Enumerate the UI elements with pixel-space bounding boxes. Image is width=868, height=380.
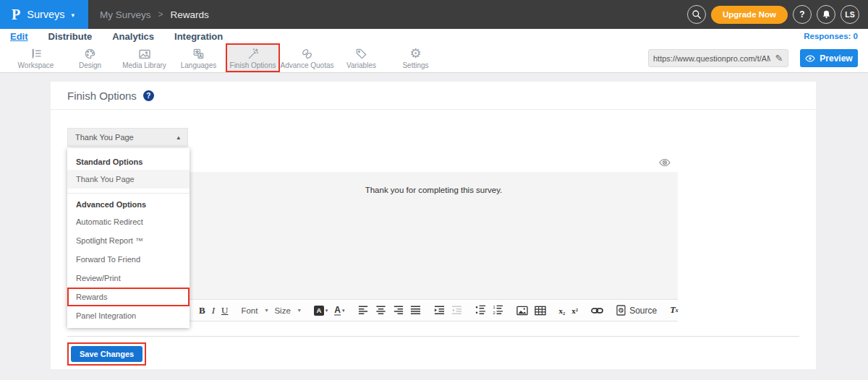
ribbon-label: Languages xyxy=(181,61,217,69)
dropdown-group-header: Advanced Options xyxy=(67,194,190,212)
numbered-list-button[interactable]: 12 xyxy=(493,305,503,316)
ribbon-item-languages[interactable]: Languages xyxy=(171,43,226,72)
questionpro-logo-icon: P xyxy=(12,6,20,23)
dropdown-item-review-print[interactable]: Review/Print xyxy=(67,269,190,288)
ribbon-item-workspace[interactable]: Workspace xyxy=(9,43,63,72)
insert-table-button[interactable] xyxy=(535,306,546,316)
product-name: Surveys xyxy=(27,9,64,20)
ribbon-label: Variables xyxy=(346,61,376,69)
editor-preview-eye-icon[interactable] xyxy=(659,157,671,167)
remove-format-x: x xyxy=(676,307,678,314)
tab-edit[interactable]: Edit xyxy=(10,31,28,42)
responses-count: Responses: 0 xyxy=(804,32,858,40)
ribbon-item-media-library[interactable]: Media Library xyxy=(117,43,171,72)
bullet-list-button[interactable] xyxy=(475,305,486,316)
subscript-button[interactable]: x₂ xyxy=(559,306,566,315)
text-color-button[interactable]: A▾ xyxy=(334,306,344,316)
insert-table-icon xyxy=(535,306,546,316)
align-right-icon xyxy=(393,305,404,316)
card-header: Finish Options ? xyxy=(51,82,816,110)
ribbon-item-finish-options[interactable]: Finish Options xyxy=(226,43,280,72)
source-doc-icon xyxy=(616,305,626,316)
remove-format-T: T xyxy=(670,305,676,316)
ribbon-label: Design xyxy=(79,61,101,69)
dropdown-group-header: Standard Options xyxy=(67,151,190,170)
source-button[interactable]: Source xyxy=(616,305,657,316)
remove-format-button[interactable]: Tx xyxy=(670,305,678,316)
dropdown-item-forward-to-friend[interactable]: Forward To Friend xyxy=(67,250,190,269)
preview-label: Preview xyxy=(820,53,852,64)
breadcrumb-my-surveys[interactable]: My Surveys xyxy=(100,9,151,20)
help-button[interactable]: ? xyxy=(793,5,812,24)
notifications-button[interactable] xyxy=(817,5,835,24)
survey-url-field[interactable]: https://www.questionpro.com/t/AMkGQ ✎ xyxy=(648,49,788,67)
product-switcher[interactable]: P Surveys ▾ xyxy=(0,0,88,29)
ribbon-item-advance-quotas[interactable]: Advance Quotas xyxy=(280,43,334,72)
chain-links-icon xyxy=(301,47,313,60)
ribbon-item-settings[interactable]: ⚙ Settings xyxy=(388,43,443,72)
eye-icon xyxy=(805,55,815,62)
ribbon-label: Advance Quotas xyxy=(281,61,334,69)
align-right-button[interactable] xyxy=(393,305,404,316)
tab-analytics[interactable]: Analytics xyxy=(112,31,154,42)
finish-options-help-icon[interactable]: ? xyxy=(143,90,154,101)
increase-indent-button[interactable] xyxy=(434,305,445,316)
dropdown-item-thank-you-page[interactable]: Thank You Page xyxy=(67,170,190,189)
insert-image-icon xyxy=(516,306,528,316)
breadcrumb-separator-icon: > xyxy=(158,9,163,20)
justify-icon xyxy=(410,305,421,316)
questionpro-app: P Surveys ▾ My Surveys > Rewards Upgrade… xyxy=(0,0,868,380)
palette-icon xyxy=(84,47,96,60)
dropdown-item-panel-integration[interactable]: Panel Integration xyxy=(67,306,190,325)
tab-integration[interactable]: Integration xyxy=(174,31,223,42)
tag-icon xyxy=(355,47,367,60)
save-annotation-frame: Save Changes xyxy=(67,342,146,366)
dropdown-item-spotlight-report[interactable]: Spotlight Report ™ xyxy=(67,231,190,250)
avatar[interactable]: LS xyxy=(841,5,859,24)
insert-image-button[interactable] xyxy=(516,306,528,316)
chevron-down-icon: ▾ xyxy=(342,308,345,314)
workspace-list-icon xyxy=(30,47,42,60)
editor-content-area[interactable]: Thank you for completing this survey. xyxy=(190,172,678,299)
ribbon-label: Settings xyxy=(402,61,428,69)
search-button[interactable] xyxy=(687,5,706,24)
align-center-icon xyxy=(375,305,386,316)
finish-option-dropdown: Standard Options Thank You Page Advanced… xyxy=(67,148,190,328)
align-left-button[interactable] xyxy=(358,305,369,316)
font-family-dropdown[interactable]: Font▾ xyxy=(241,306,268,315)
insert-link-button[interactable] xyxy=(591,306,603,315)
ribbon-item-design[interactable]: Design xyxy=(63,43,117,72)
finish-option-select[interactable]: Thank You Page ▴ xyxy=(67,128,188,147)
source-label: Source xyxy=(629,306,657,316)
edit-ribbon: Workspace Design Media Library Languages xyxy=(0,43,868,73)
ribbon-label: Media Library xyxy=(122,61,166,69)
superscript-button[interactable]: x² xyxy=(571,306,578,315)
align-center-button[interactable] xyxy=(375,305,386,316)
justify-button[interactable] xyxy=(410,305,421,316)
decrease-indent-button[interactable] xyxy=(451,305,462,316)
topbar: P Surveys ▾ My Surveys > Rewards Upgrade… xyxy=(0,0,868,29)
preview-button[interactable]: Preview xyxy=(800,49,858,67)
increase-indent-icon xyxy=(434,305,445,316)
survey-nav: Edit Distribute Analytics Integration xyxy=(0,29,868,43)
page-title: Finish Options xyxy=(67,90,137,102)
italic-button[interactable]: I xyxy=(212,305,215,316)
bold-button[interactable]: B xyxy=(199,305,205,316)
edit-url-pencil-icon[interactable]: ✎ xyxy=(770,53,788,64)
dropdown-item-automatic-redirect[interactable]: Automatic Redirect xyxy=(67,212,190,231)
upgrade-now-button[interactable]: Upgrade Now xyxy=(711,6,788,24)
chevron-down-icon: ▾ xyxy=(326,308,328,314)
background-color-button[interactable]: A▾ xyxy=(314,306,328,316)
bullet-list-icon xyxy=(475,305,486,316)
ribbon-item-variables[interactable]: Variables xyxy=(334,43,388,72)
chevron-down-icon: ▾ xyxy=(265,307,268,314)
underline-button[interactable]: U xyxy=(221,305,228,316)
breadcrumb: My Surveys > Rewards xyxy=(100,0,209,29)
font-size-dropdown[interactable]: Size▾ xyxy=(274,306,300,315)
background-color-icon: A xyxy=(314,306,324,316)
save-changes-button[interactable]: Save Changes xyxy=(71,346,142,362)
tab-distribute[interactable]: Distribute xyxy=(48,31,93,42)
dropdown-item-rewards[interactable]: Rewards xyxy=(67,288,190,306)
select-value: Thank You Page xyxy=(75,133,134,142)
search-icon xyxy=(692,9,702,20)
